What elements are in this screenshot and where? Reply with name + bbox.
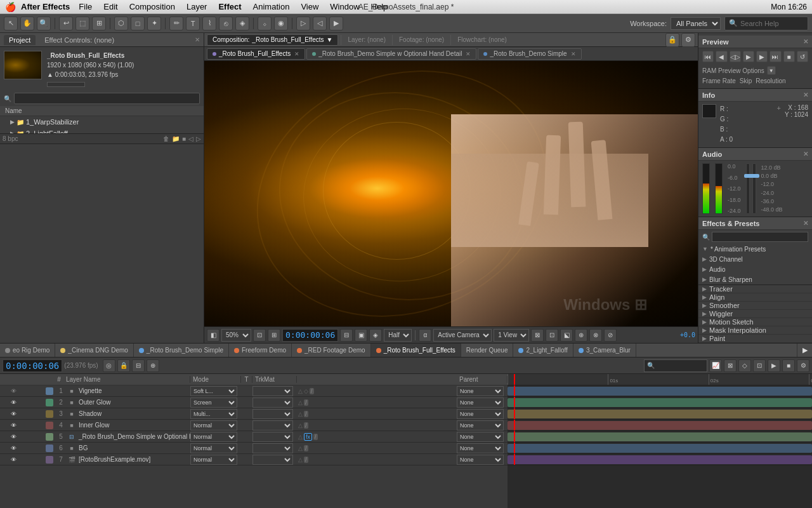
tool-camera[interactable]: ⬚ (75, 17, 89, 30)
layer-row-6[interactable]: 👁 6 ■ BG Normal △ (0, 443, 508, 454)
menu-layer[interactable]: Layer (181, 0, 213, 14)
lr-trkmat-select-5[interactable] (252, 432, 293, 442)
tl-collapse[interactable]: ⊟ (132, 359, 145, 372)
info-panel-header[interactable]: Info ✕ (698, 89, 812, 102)
comp-tab-roto-simple[interactable]: _Roto Brush_Demo Simple ✕ (478, 48, 581, 60)
lr-trkmat-select-3[interactable] (252, 409, 293, 419)
timeline-tab-cinema[interactable]: _Cinema DNG Demo (55, 344, 133, 358)
tool-hand[interactable]: ✋ (20, 17, 34, 30)
lr-mode-select-6[interactable]: Normal (190, 443, 237, 453)
effects-cat-audio[interactable]: ▶ Audio (698, 264, 812, 274)
lr-mode-select-4[interactable]: Normal (190, 420, 237, 431)
tool-camera2[interactable]: ⊞ (92, 17, 106, 30)
lr-vis-3[interactable]: 👁 (9, 411, 18, 417)
layer-row-1[interactable]: 👁 1 ■ Vignette Soft L... (0, 385, 508, 397)
effects-cat-animation[interactable]: ▼ * Animation Presets (698, 244, 812, 254)
menu-composition[interactable]: Composition (124, 0, 180, 14)
timeline-tab-render[interactable]: Render Queue (461, 344, 514, 358)
timeline-tabs-overflow[interactable]: ▶ (797, 344, 812, 358)
timeline-tab-rig[interactable]: eo Rig Demo (0, 344, 55, 358)
layer-row-5[interactable]: 👁 5 ⊟ _Roto Brush_Demo Simple w Optional… (0, 431, 508, 443)
tool-rotate[interactable]: ↩ (59, 17, 73, 30)
tab-project[interactable]: Project (4, 35, 36, 45)
playhead[interactable] (514, 374, 515, 385)
vc-motion[interactable]: ⊗ (589, 329, 602, 342)
audio-panel-header[interactable]: Audio ✕ (698, 148, 812, 161)
comp-tab-close-3[interactable]: ✕ (571, 51, 576, 57)
lr-trkmat-select-2[interactable] (252, 398, 293, 408)
tool-star[interactable]: ✦ (147, 17, 161, 30)
scroll-left[interactable]: ◁ (188, 135, 193, 142)
tl-markers[interactable]: ◇ (738, 359, 751, 372)
transport-loop[interactable]: ↺ (797, 51, 808, 62)
tl-trim[interactable]: ⊠ (724, 359, 737, 372)
lr-parent-select-7[interactable]: None (457, 455, 504, 465)
lr-vis-5[interactable]: 👁 (9, 434, 18, 440)
tl-render[interactable]: ■ (782, 359, 795, 372)
lr-vis-4[interactable]: 👁 (9, 422, 18, 429)
layer-row-3[interactable]: 👁 3 ■ Shadow Multi... (0, 408, 508, 420)
vc-snap2[interactable]: ⊠ (531, 329, 544, 342)
tool-eraser[interactable]: ◈ (235, 17, 249, 30)
menu-file[interactable]: File (74, 0, 97, 14)
tool-rect[interactable]: □ (131, 17, 145, 30)
tracker-section[interactable]: ▶ Tracker (698, 285, 812, 293)
tool-clone[interactable]: ⎋ (219, 17, 233, 30)
tool-roto[interactable]: ⬦ (258, 17, 272, 30)
lr-vis-6[interactable]: 👁 (9, 445, 18, 451)
apple-menu[interactable]: 🍎 (5, 2, 16, 12)
vc-mask[interactable]: ⊘ (604, 329, 617, 342)
audio-slider-right[interactable] (752, 163, 756, 214)
menu-effect[interactable]: Effect (213, 0, 246, 14)
transport-prev-frame[interactable]: ◀ (716, 51, 727, 62)
effects-panel-close[interactable]: ✕ (803, 220, 808, 227)
audio-slider-left[interactable] (746, 163, 750, 214)
vc-camera[interactable]: ⊕ (575, 329, 587, 342)
wiggler-section[interactable]: ▶ Wiggler (698, 310, 812, 318)
preview-panel-header[interactable]: Preview ✕ (698, 36, 812, 48)
lr-vis-2[interactable]: 👁 (9, 399, 18, 406)
comp-settings-btn[interactable]: ⚙ (681, 33, 695, 47)
menu-edit[interactable]: Edit (98, 0, 122, 14)
lr-parent-select-6[interactable]: None (457, 443, 504, 453)
vc-quality-select[interactable]: Half (384, 329, 412, 342)
effects-cat-3d[interactable]: ▶ 3D Channel (698, 254, 812, 264)
lr-mode-select-2[interactable]: Screen (190, 398, 237, 408)
workspace-select[interactable]: All Panels (671, 17, 721, 30)
vc-region[interactable]: ▣ (355, 329, 367, 342)
vc-snap[interactable]: ⊟ (340, 329, 353, 342)
lr-parent-select-4[interactable]: None (457, 420, 504, 431)
vc-3d[interactable]: ◈ (369, 329, 382, 342)
tl-graph-editor[interactable]: 📈 (709, 359, 722, 372)
tool-text[interactable]: T (186, 17, 200, 30)
vc-pixel[interactable]: ⊡ (546, 329, 558, 342)
lr-vis-7[interactable]: 👁 (9, 457, 18, 463)
tool-pen2[interactable]: ✏ (169, 17, 183, 30)
tab-effect-controls[interactable]: Effect Controls: (none) (39, 35, 119, 45)
lr-trkmat-select-7[interactable] (252, 455, 293, 465)
timeline-search-input[interactable] (644, 359, 707, 372)
lr-parent-select-2[interactable]: None (457, 398, 504, 408)
tool-brush[interactable]: ⌇ (202, 17, 216, 30)
help-search-input[interactable] (740, 20, 804, 27)
timeline-tab-camera[interactable]: 3_Camera_Blur (573, 344, 636, 358)
transport-stop[interactable]: ■ (783, 51, 795, 62)
tl-settings2[interactable]: ⚙ (797, 359, 809, 372)
smoother-section[interactable]: ▶ Smoother (698, 302, 812, 310)
mask-interp-section[interactable]: ▶ Mask Interpolation (698, 326, 812, 335)
effects-cat-blur[interactable]: ▶ Blur & Sharpen (698, 274, 812, 284)
menu-view[interactable]: View (296, 0, 324, 14)
effects-panel-header[interactable]: Effects & Presets ✕ (698, 217, 812, 230)
comp-tab-close-2[interactable]: ✕ (466, 51, 471, 57)
tool-playback[interactable]: ▷ (296, 17, 310, 30)
align-section[interactable]: ▶ Align (698, 293, 812, 302)
timeline-tab-freeform[interactable]: Freeform Demo (229, 344, 292, 358)
timeline-tab-roto-full[interactable]: _Roto Brush_Full_Effects (371, 344, 461, 358)
new-comp-icon[interactable]: ■ (182, 135, 186, 142)
timeline-tab-roto-simple[interactable]: _Roto Brush_Demo Simple (134, 344, 229, 358)
vc-zoom-select[interactable]: 50% (221, 329, 251, 342)
motion-sketch-section[interactable]: ▶ Motion Sketch (698, 318, 812, 326)
lr-mode-select-5[interactable]: Normal (190, 432, 237, 442)
trash-icon[interactable]: 🗑 (163, 135, 169, 142)
transport-next-frame[interactable]: ▶ (756, 51, 768, 62)
